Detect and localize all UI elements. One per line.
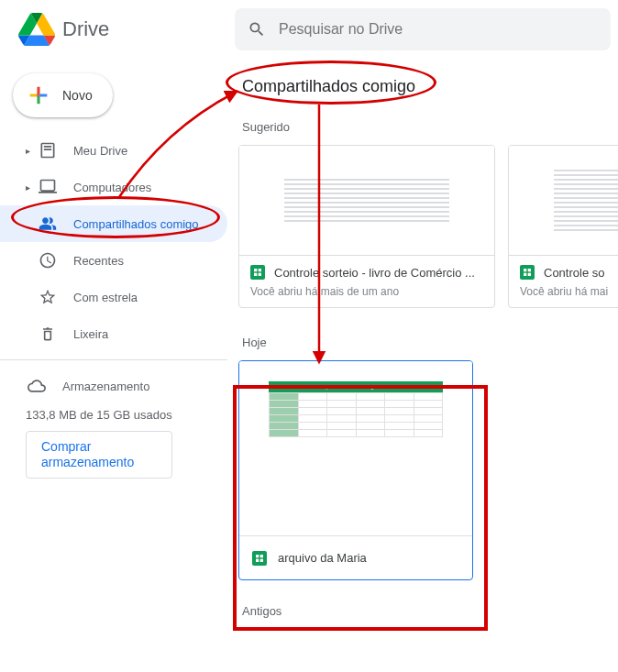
sidebar-item-label: Com estrela [73,291,138,304]
sidebar-item-storage[interactable]: Armazenamento [0,368,227,404]
sidebar-item-trash[interactable]: Lixeira [0,315,227,352]
new-button[interactable]: Novo [13,73,113,117]
new-button-label: Novo [62,88,93,103]
file-subtitle: Você abriu há mai [509,285,618,307]
sidebar: Novo ▸ Meu Drive ▸ Computadores Comparti… [0,59,227,672]
search-input[interactable] [279,21,598,38]
sidebar-item-shared[interactable]: Compartilhados comigo [0,205,227,242]
suggested-card[interactable]: Controle so Você abriu há mai [508,145,618,308]
sheets-icon [250,265,265,280]
sidebar-item-label: Compartilhados comigo [73,217,199,231]
sidebar-item-label: Meu Drive [73,144,127,158]
sidebar-item-label: Lixeira [73,327,108,341]
file-subtitle: Você abriu há mais de um ano [239,285,494,307]
drive-logo-area[interactable]: Drive [7,11,235,48]
trash-icon [37,325,59,343]
svg-rect-11 [259,555,259,562]
sheets-icon [520,265,535,280]
section-today: Hoje [238,328,618,360]
thumb-title: Arquivo teste do Google Drive [269,381,443,392]
divider [0,359,227,360]
app-name: Drive [62,17,109,41]
file-title: arquivo da Maria [278,551,367,565]
sheets-icon [252,551,267,566]
section-older: Antigos [238,597,618,629]
svg-rect-3 [257,269,258,276]
caret-icon: ▸ [22,146,33,156]
section-suggested: Sugerido [238,113,618,145]
storage-label: Armazenamento [62,380,149,393]
main-content: Compartilhados comigo Sugerido Controle … [227,59,618,672]
svg-rect-7 [526,269,527,276]
cloud-icon [26,377,48,395]
drive-logo-icon [18,11,55,48]
recent-icon [37,251,59,270]
search-icon [248,19,266,39]
suggested-card[interactable]: Controle sorteio - livro de Comércio ...… [238,145,495,308]
sidebar-item-label: Recentes [73,254,124,268]
page-title: Compartilhados comigo [238,70,618,113]
sidebar-item-my-drive[interactable]: ▸ Meu Drive [0,132,227,169]
file-title: Controle so [544,266,604,280]
shared-icon [37,215,59,233]
file-thumbnail [509,146,618,256]
star-icon [37,288,59,306]
sidebar-item-computers[interactable]: ▸ Computadores [0,169,227,205]
sidebar-item-starred[interactable]: Com estrela [0,279,227,315]
file-card[interactable]: Arquivo teste do Google Drive arquivo da… [238,360,473,580]
file-thumbnail [239,146,494,256]
caret-icon: ▸ [22,182,33,193]
search-bar[interactable] [235,8,611,50]
plus-icon [26,83,51,108]
storage-used-text: 133,8 MB de 15 GB usados [0,404,227,431]
file-thumbnail: Arquivo teste do Google Drive [239,361,472,535]
sidebar-item-recent[interactable]: Recentes [0,242,227,279]
buy-storage-button[interactable]: Comprar armazenamento [26,431,172,479]
computers-icon [37,178,59,196]
my-drive-icon [37,141,59,160]
file-title: Controle sorteio - livro de Comércio ... [274,266,475,280]
sidebar-item-label: Computadores [73,181,151,194]
